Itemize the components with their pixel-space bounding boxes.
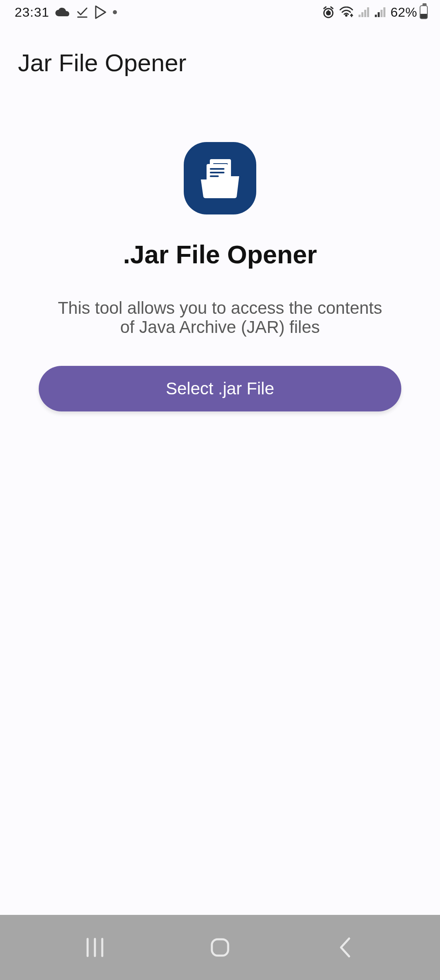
download-done-icon <box>76 6 88 18</box>
recents-button[interactable] <box>70 923 119 972</box>
svg-rect-4 <box>364 10 366 17</box>
svg-rect-14 <box>210 168 224 170</box>
back-button[interactable] <box>321 923 370 972</box>
system-nav-bar <box>0 915 440 980</box>
cloud-icon <box>55 7 70 17</box>
wifi-icon <box>339 7 354 18</box>
svg-rect-15 <box>210 172 224 173</box>
status-right-group: 62% <box>322 5 428 20</box>
play-store-icon <box>94 5 107 19</box>
battery-percent-text: 62% <box>390 5 417 20</box>
select-jar-button[interactable]: Select .jar File <box>39 366 401 411</box>
notification-dot-icon <box>113 10 117 14</box>
app-bar-title: Jar File Opener <box>0 24 440 77</box>
main-content: .Jar File Opener This tool allows you to… <box>0 77 440 411</box>
svg-rect-8 <box>381 10 383 17</box>
app-icon <box>184 142 256 214</box>
svg-rect-7 <box>378 12 380 17</box>
battery-icon <box>420 5 428 19</box>
signal-1-icon <box>358 7 370 18</box>
svg-rect-3 <box>361 12 363 17</box>
page-headline: .Jar File Opener <box>123 240 317 269</box>
page-subhead: This tool allows you to access the conte… <box>53 298 387 337</box>
svg-rect-5 <box>367 7 369 17</box>
svg-rect-9 <box>383 7 385 17</box>
home-button[interactable] <box>196 923 244 972</box>
svg-rect-17 <box>212 939 228 956</box>
signal-2-icon <box>374 7 386 18</box>
svg-point-1 <box>326 11 331 15</box>
status-time: 23:31 <box>15 5 49 20</box>
svg-rect-6 <box>375 15 377 17</box>
file-box-icon <box>198 156 242 201</box>
alarm-icon <box>322 6 335 19</box>
status-left-group: 23:31 <box>15 5 117 20</box>
svg-rect-16 <box>210 175 219 177</box>
svg-rect-2 <box>359 15 361 17</box>
status-bar: 23:31 62% <box>0 0 440 24</box>
status-battery: 62% <box>390 5 428 20</box>
